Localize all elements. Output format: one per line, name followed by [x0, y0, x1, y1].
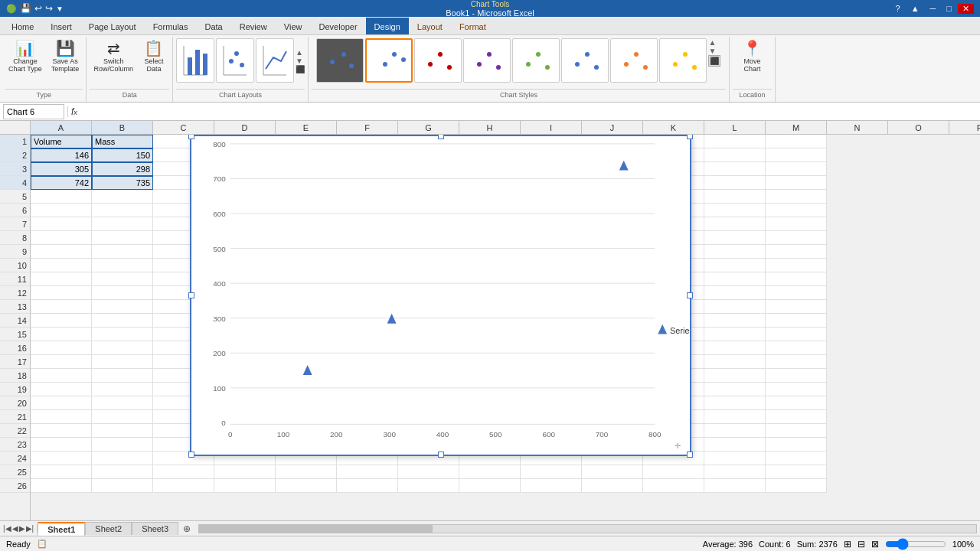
- quick-access-save[interactable]: 💾: [20, 3, 31, 14]
- change-chart-type-button[interactable]: 📊 ChangeChart Type: [5, 38, 46, 75]
- row-num-5[interactable]: 5: [0, 190, 30, 204]
- view-page-break[interactable]: ⊠: [871, 539, 879, 549]
- cell-M4[interactable]: [766, 176, 827, 190]
- maximize-button[interactable]: □: [942, 4, 956, 14]
- cell-L3[interactable]: [704, 162, 766, 176]
- chart-resize-se[interactable]: [687, 452, 693, 458]
- chart-resize-s[interactable]: [438, 452, 444, 458]
- col-header-P[interactable]: P: [949, 121, 980, 134]
- quick-access-redo[interactable]: ↪: [45, 3, 53, 14]
- row-num-11[interactable]: 11: [0, 272, 30, 286]
- cell-M2[interactable]: [766, 148, 827, 162]
- row-num-3[interactable]: 3: [0, 162, 30, 176]
- chart-style-3[interactable]: [414, 38, 462, 83]
- cell-L4[interactable]: [704, 176, 766, 190]
- tab-format[interactable]: Format: [451, 18, 495, 34]
- chart-resize-e[interactable]: [687, 292, 693, 298]
- move-chart-button[interactable]: 📍 MoveChart: [737, 38, 767, 75]
- sheet-nav-first[interactable]: |◀: [3, 524, 11, 533]
- col-header-K[interactable]: K: [643, 121, 704, 134]
- row-num-10[interactable]: 10: [0, 259, 30, 272]
- row-num-9[interactable]: 9: [0, 245, 30, 259]
- cell-B4[interactable]: 735: [92, 176, 153, 190]
- row-num-16[interactable]: 16: [0, 341, 30, 355]
- sheet-nav-prev[interactable]: ◀: [12, 524, 18, 533]
- close-button[interactable]: ✕: [958, 4, 974, 14]
- insert-sheet[interactable]: ⊕: [178, 522, 195, 536]
- chart-resize-sw[interactable]: [188, 452, 194, 458]
- chart-layout-1[interactable]: [176, 38, 214, 83]
- row-num-19[interactable]: 19: [0, 383, 30, 396]
- col-header-B[interactable]: B: [92, 121, 153, 134]
- row-num-22[interactable]: 22: [0, 424, 30, 438]
- cell-L1[interactable]: [704, 135, 766, 148]
- scrollbar-thumb[interactable]: [199, 525, 432, 533]
- col-header-E[interactable]: E: [276, 121, 337, 134]
- sheet-tab-sheet1[interactable]: Sheet1: [38, 522, 85, 536]
- tab-developer[interactable]: Developer: [310, 18, 365, 34]
- cell-M3[interactable]: [766, 162, 827, 176]
- chart-style-2[interactable]: [365, 38, 413, 83]
- row-num-24[interactable]: 24: [0, 452, 30, 465]
- col-header-D[interactable]: D: [214, 121, 276, 134]
- chart-style-5[interactable]: [512, 38, 560, 83]
- tab-layout[interactable]: Layout: [409, 18, 451, 34]
- chart-layout-3[interactable]: [256, 38, 294, 83]
- tab-review[interactable]: Review: [231, 18, 276, 34]
- cell-A3[interactable]: 305: [31, 162, 92, 176]
- row-num-25[interactable]: 25: [0, 465, 30, 479]
- cell-L2[interactable]: [704, 148, 766, 162]
- chart-style-7[interactable]: [610, 38, 658, 83]
- ribbon-collapse-button[interactable]: ▲: [906, 4, 924, 14]
- chart-resize-nw[interactable]: [188, 135, 194, 139]
- cell-B2[interactable]: 150: [92, 148, 153, 162]
- quick-access-undo[interactable]: ↩: [34, 3, 42, 14]
- col-header-A[interactable]: A: [31, 121, 92, 134]
- row-num-23[interactable]: 23: [0, 438, 30, 452]
- col-header-I[interactable]: I: [521, 121, 582, 134]
- row-num-2[interactable]: 2: [0, 148, 30, 162]
- row-num-20[interactable]: 20: [0, 396, 30, 410]
- row-num-18[interactable]: 18: [0, 369, 30, 383]
- row-num-6[interactable]: 6: [0, 204, 30, 217]
- formula-input[interactable]: [80, 107, 977, 116]
- chart-style-1[interactable]: [316, 38, 364, 83]
- row-num-21[interactable]: 21: [0, 410, 30, 424]
- name-box[interactable]: [3, 104, 64, 119]
- quick-access-menu[interactable]: ▼: [56, 5, 64, 13]
- chart[interactable]: 800 700 600 500 400 300 200 100 0 0 100 …: [190, 135, 691, 456]
- row-num-7[interactable]: 7: [0, 217, 30, 231]
- row-num-8[interactable]: 8: [0, 231, 30, 245]
- col-header-J[interactable]: J: [582, 121, 643, 134]
- chart-style-4[interactable]: [463, 38, 511, 83]
- col-header-N[interactable]: N: [827, 121, 888, 134]
- tab-page-layout[interactable]: Page Layout: [80, 18, 145, 34]
- horizontal-scrollbar[interactable]: [198, 524, 977, 533]
- cell-A4[interactable]: 742: [31, 176, 92, 190]
- row-num-4[interactable]: 4: [0, 176, 30, 190]
- cell-A1[interactable]: Volume: [31, 135, 92, 148]
- tab-view[interactable]: View: [276, 18, 311, 34]
- row-num-1[interactable]: 1: [0, 135, 30, 148]
- tab-data[interactable]: Data: [196, 18, 230, 34]
- sheet-tab-sheet3[interactable]: Sheet3: [132, 522, 178, 535]
- view-normal[interactable]: ⊞: [844, 539, 851, 549]
- tab-insert[interactable]: Insert: [42, 18, 80, 34]
- cell-A2[interactable]: 146: [31, 148, 92, 162]
- col-header-L[interactable]: L: [704, 121, 766, 134]
- view-page-layout[interactable]: ⊟: [858, 539, 865, 549]
- row-num-15[interactable]: 15: [0, 328, 30, 341]
- layouts-scroll[interactable]: ▲ ▼ ⬛: [296, 48, 305, 73]
- col-header-O[interactable]: O: [888, 121, 949, 134]
- row-num-13[interactable]: 13: [0, 300, 30, 314]
- sheet-tab-sheet2[interactable]: Sheet2: [85, 522, 132, 535]
- col-header-G[interactable]: G: [398, 121, 459, 134]
- zoom-slider[interactable]: [885, 538, 946, 550]
- switch-row-col-button[interactable]: ⇄ SwitchRow/Column: [90, 38, 137, 75]
- col-header-C[interactable]: C: [153, 121, 214, 134]
- sheet-nav-last[interactable]: ▶|: [26, 524, 34, 533]
- tab-home[interactable]: Home: [3, 18, 42, 34]
- styles-scroll[interactable]: ▲ ▼ ⬛: [708, 38, 720, 67]
- cell-B1[interactable]: Mass: [92, 135, 153, 148]
- chart-style-8[interactable]: [659, 38, 707, 83]
